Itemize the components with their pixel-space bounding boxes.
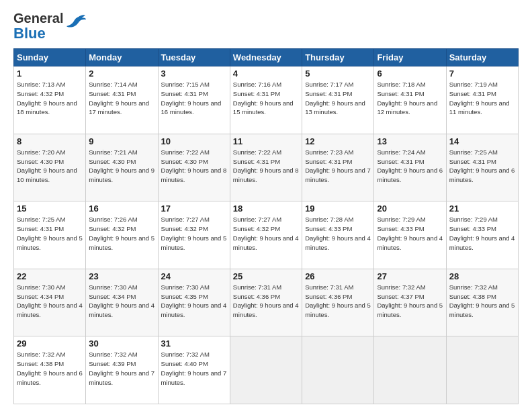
day-info: Sunrise: 7:15 AMSunset: 4:31 PMDaylight:… — [161, 80, 227, 117]
day-number: 15 — [17, 203, 83, 214]
calendar-cell — [302, 336, 374, 404]
calendar-cell: 16Sunrise: 7:26 AMSunset: 4:32 PMDayligh… — [86, 201, 158, 269]
calendar-cell: 27Sunrise: 7:32 AMSunset: 4:37 PMDayligh… — [374, 269, 446, 336]
day-number: 18 — [233, 203, 299, 214]
calendar-cell: 28Sunrise: 7:32 AMSunset: 4:38 PMDayligh… — [446, 269, 518, 336]
day-info: Sunrise: 7:30 AMSunset: 4:34 PMDaylight:… — [89, 283, 154, 320]
day-info: Sunrise: 7:27 AMSunset: 4:32 PMDaylight:… — [233, 215, 299, 252]
calendar-cell: 2Sunrise: 7:14 AMSunset: 4:31 PMDaylight… — [86, 66, 158, 134]
day-info: Sunrise: 7:23 AMSunset: 4:31 PMDaylight:… — [305, 148, 371, 185]
day-number: 25 — [233, 271, 299, 281]
calendar-cell: 7Sunrise: 7:19 AMSunset: 4:31 PMDaylight… — [446, 66, 518, 134]
day-number: 12 — [305, 136, 371, 146]
day-number: 9 — [89, 136, 154, 146]
day-info: Sunrise: 7:24 AMSunset: 4:31 PMDaylight:… — [377, 148, 443, 185]
calendar-cell: 3Sunrise: 7:15 AMSunset: 4:31 PMDaylight… — [158, 66, 230, 134]
weekday-header-saturday: Saturday — [446, 49, 518, 66]
day-number: 11 — [233, 136, 299, 146]
day-number: 17 — [161, 203, 227, 214]
week-row-3: 15Sunrise: 7:25 AMSunset: 4:31 PMDayligh… — [14, 201, 519, 269]
calendar-table: SundayMondayTuesdayWednesdayThursdayFrid… — [13, 48, 519, 404]
weekday-header-monday: Monday — [86, 49, 158, 66]
day-info: Sunrise: 7:32 AMSunset: 4:39 PMDaylight:… — [89, 350, 154, 387]
calendar-cell — [374, 336, 446, 404]
calendar-cell: 14Sunrise: 7:25 AMSunset: 4:31 PMDayligh… — [446, 134, 518, 201]
header: General Blue — [13, 11, 519, 42]
page: General Blue SundayMondayTuesdayWednesda… — [0, 0, 532, 411]
day-info: Sunrise: 7:32 AMSunset: 4:38 PMDaylight:… — [449, 283, 515, 320]
logo-general: General — [13, 11, 63, 26]
calendar-cell: 6Sunrise: 7:18 AMSunset: 4:31 PMDaylight… — [374, 66, 446, 134]
calendar-cell: 5Sunrise: 7:17 AMSunset: 4:31 PMDaylight… — [302, 66, 374, 134]
day-number: 2 — [89, 68, 154, 79]
day-info: Sunrise: 7:22 AMSunset: 4:31 PMDaylight:… — [233, 148, 299, 185]
weekday-header-sunday: Sunday — [14, 49, 86, 66]
weekday-header-friday: Friday — [374, 49, 446, 66]
day-info: Sunrise: 7:21 AMSunset: 4:30 PMDaylight:… — [89, 148, 154, 185]
day-number: 30 — [89, 338, 154, 349]
calendar-cell: 11Sunrise: 7:22 AMSunset: 4:31 PMDayligh… — [230, 134, 302, 201]
week-row-2: 8Sunrise: 7:20 AMSunset: 4:30 PMDaylight… — [14, 134, 519, 201]
day-number: 26 — [305, 271, 371, 281]
week-row-5: 29Sunrise: 7:32 AMSunset: 4:38 PMDayligh… — [14, 336, 519, 404]
day-info: Sunrise: 7:32 AMSunset: 4:40 PMDaylight:… — [161, 350, 227, 387]
calendar-cell: 21Sunrise: 7:29 AMSunset: 4:33 PMDayligh… — [446, 201, 518, 269]
day-number: 20 — [377, 203, 443, 214]
day-info: Sunrise: 7:31 AMSunset: 4:36 PMDaylight:… — [233, 283, 299, 320]
weekday-header-thursday: Thursday — [302, 49, 374, 66]
day-info: Sunrise: 7:30 AMSunset: 4:35 PMDaylight:… — [161, 283, 227, 320]
day-number: 28 — [449, 271, 515, 281]
calendar-cell: 29Sunrise: 7:32 AMSunset: 4:38 PMDayligh… — [14, 336, 86, 404]
day-number: 7 — [449, 68, 515, 79]
week-row-1: 1Sunrise: 7:13 AMSunset: 4:32 PMDaylight… — [14, 66, 519, 134]
day-number: 6 — [377, 68, 443, 79]
day-info: Sunrise: 7:22 AMSunset: 4:30 PMDaylight:… — [161, 148, 227, 185]
calendar-cell: 22Sunrise: 7:30 AMSunset: 4:34 PMDayligh… — [14, 269, 86, 336]
logo-text: General Blue — [13, 11, 63, 42]
weekday-header-tuesday: Tuesday — [158, 49, 230, 66]
day-info: Sunrise: 7:31 AMSunset: 4:36 PMDaylight:… — [305, 283, 371, 320]
day-number: 8 — [17, 136, 83, 146]
day-info: Sunrise: 7:26 AMSunset: 4:32 PMDaylight:… — [89, 215, 154, 252]
day-info: Sunrise: 7:16 AMSunset: 4:31 PMDaylight:… — [233, 80, 299, 117]
day-number: 22 — [17, 271, 83, 281]
calendar-cell — [446, 336, 518, 404]
day-info: Sunrise: 7:29 AMSunset: 4:33 PMDaylight:… — [377, 215, 443, 252]
day-number: 3 — [161, 68, 227, 79]
calendar-cell: 25Sunrise: 7:31 AMSunset: 4:36 PMDayligh… — [230, 269, 302, 336]
calendar-cell: 9Sunrise: 7:21 AMSunset: 4:30 PMDaylight… — [86, 134, 158, 201]
day-number: 23 — [89, 271, 154, 281]
calendar-cell: 23Sunrise: 7:30 AMSunset: 4:34 PMDayligh… — [86, 269, 158, 336]
weekday-header-wednesday: Wednesday — [230, 49, 302, 66]
day-info: Sunrise: 7:17 AMSunset: 4:31 PMDaylight:… — [305, 80, 371, 117]
day-info: Sunrise: 7:14 AMSunset: 4:31 PMDaylight:… — [89, 80, 154, 117]
day-number: 29 — [17, 338, 83, 349]
logo: General Blue — [13, 11, 87, 42]
day-info: Sunrise: 7:27 AMSunset: 4:32 PMDaylight:… — [161, 215, 227, 252]
calendar-cell: 18Sunrise: 7:27 AMSunset: 4:32 PMDayligh… — [230, 201, 302, 269]
calendar-cell: 30Sunrise: 7:32 AMSunset: 4:39 PMDayligh… — [86, 336, 158, 404]
calendar-cell: 10Sunrise: 7:22 AMSunset: 4:30 PMDayligh… — [158, 134, 230, 201]
day-info: Sunrise: 7:20 AMSunset: 4:30 PMDaylight:… — [17, 148, 83, 185]
calendar-cell: 1Sunrise: 7:13 AMSunset: 4:32 PMDaylight… — [14, 66, 86, 134]
day-info: Sunrise: 7:18 AMSunset: 4:31 PMDaylight:… — [377, 80, 443, 117]
calendar-cell: 12Sunrise: 7:23 AMSunset: 4:31 PMDayligh… — [302, 134, 374, 201]
day-number: 5 — [305, 68, 371, 79]
day-info: Sunrise: 7:29 AMSunset: 4:33 PMDaylight:… — [449, 215, 515, 252]
logo-blue: Blue — [13, 25, 46, 42]
calendar-cell: 15Sunrise: 7:25 AMSunset: 4:31 PMDayligh… — [14, 201, 86, 269]
calendar-cell: 20Sunrise: 7:29 AMSunset: 4:33 PMDayligh… — [374, 201, 446, 269]
day-number: 19 — [305, 203, 371, 214]
day-number: 13 — [377, 136, 443, 146]
calendar-cell: 19Sunrise: 7:28 AMSunset: 4:33 PMDayligh… — [302, 201, 374, 269]
day-info: Sunrise: 7:28 AMSunset: 4:33 PMDaylight:… — [305, 215, 371, 252]
calendar-cell — [230, 336, 302, 404]
day-info: Sunrise: 7:13 AMSunset: 4:32 PMDaylight:… — [17, 80, 83, 117]
day-number: 16 — [89, 203, 154, 214]
day-number: 4 — [233, 68, 299, 79]
logo-bird-icon — [65, 14, 87, 33]
week-row-4: 22Sunrise: 7:30 AMSunset: 4:34 PMDayligh… — [14, 269, 519, 336]
day-number: 27 — [377, 271, 443, 281]
day-number: 1 — [17, 68, 83, 79]
day-number: 14 — [449, 136, 515, 146]
